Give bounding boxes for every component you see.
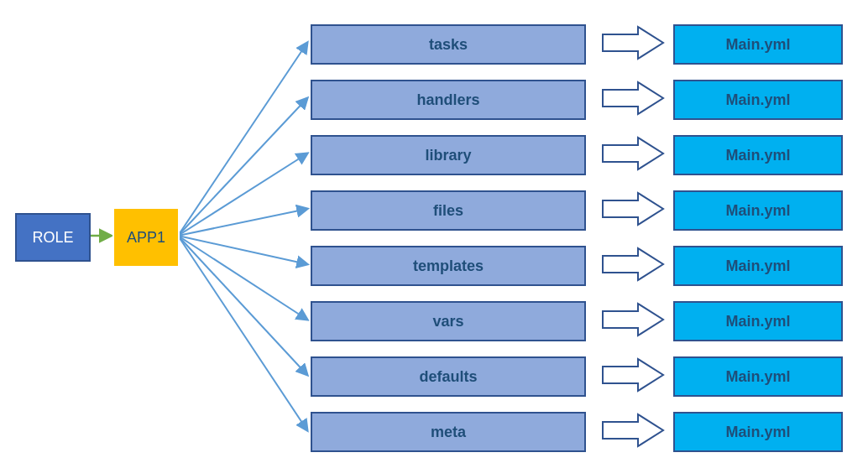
file-node-meta: Main.yml [673, 412, 843, 452]
file-node-handlers: Main.yml [673, 80, 843, 120]
file-label: Main.yml [725, 147, 790, 164]
role-structure-diagram: ROLE APP1 tasks handlers library files t… [0, 0, 868, 463]
arrow-templates-to-file [603, 248, 663, 280]
arrow-app-to-library [178, 153, 307, 236]
arrow-defaults-to-file [603, 359, 663, 391]
file-label: Main.yml [725, 202, 790, 220]
file-node-vars: Main.yml [673, 301, 843, 341]
arrow-tasks-to-file [603, 27, 663, 59]
arrow-app-to-defaults [178, 236, 307, 375]
dir-label: defaults [419, 368, 477, 386]
arrow-app-to-vars [178, 236, 307, 320]
arrow-meta-to-file [603, 414, 663, 446]
app-node: APP1 [112, 207, 180, 268]
dir-label: handlers [416, 91, 479, 109]
arrow-library-to-file [603, 138, 663, 169]
dir-node-meta: meta [311, 412, 586, 452]
dir-node-templates: templates [311, 246, 586, 286]
file-label: Main.yml [725, 91, 790, 109]
arrow-vars-to-file [603, 304, 663, 336]
arrow-app-to-files [178, 209, 307, 236]
arrow-app-to-meta [178, 236, 307, 430]
dir-node-library: library [311, 135, 586, 175]
file-node-defaults: Main.yml [673, 356, 843, 397]
role-label: ROLE [32, 229, 73, 247]
file-label: Main.yml [725, 368, 790, 386]
dir-label: tasks [429, 36, 468, 54]
dir-node-files: files [311, 190, 586, 231]
arrow-app-to-tasks [178, 43, 307, 236]
dir-label: templates [413, 258, 484, 275]
file-node-files: Main.yml [673, 190, 843, 231]
arrow-files-to-file [603, 193, 663, 225]
dir-node-vars: vars [311, 301, 586, 341]
file-label: Main.yml [725, 36, 790, 54]
file-node-tasks: Main.yml [673, 24, 843, 65]
file-node-library: Main.yml [673, 135, 843, 175]
dir-label: files [433, 202, 463, 220]
dir-label: meta [431, 424, 466, 441]
arrow-app-to-handlers [178, 98, 307, 236]
dir-label: vars [432, 313, 463, 330]
file-node-templates: Main.yml [673, 246, 843, 286]
arrow-app-to-templates [178, 236, 307, 264]
dir-node-handlers: handlers [311, 80, 586, 120]
dir-node-tasks: tasks [311, 24, 586, 65]
file-label: Main.yml [725, 424, 790, 441]
arrow-handlers-to-file [603, 82, 663, 114]
app-label: APP1 [127, 229, 165, 247]
dir-label: library [425, 147, 471, 164]
file-label: Main.yml [725, 313, 790, 330]
dir-node-defaults: defaults [311, 356, 586, 397]
file-label: Main.yml [725, 258, 790, 275]
role-node: ROLE [15, 213, 91, 262]
